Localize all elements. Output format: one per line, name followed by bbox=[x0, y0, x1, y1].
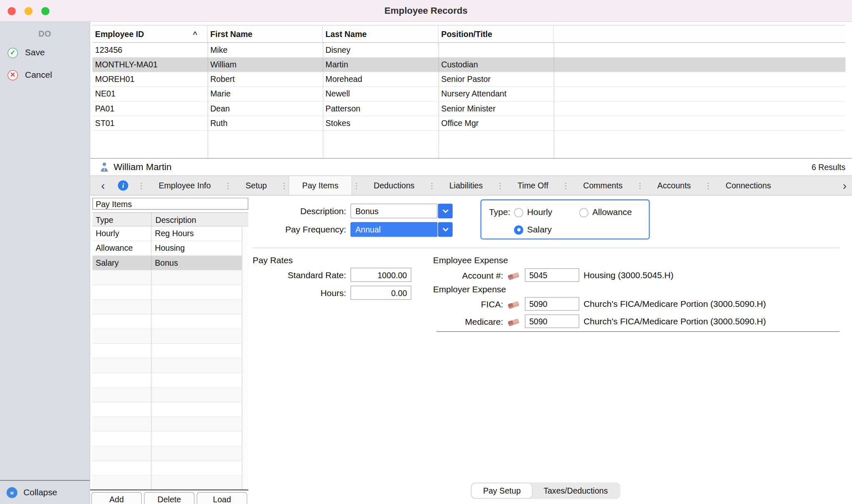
standard-rate-input[interactable] bbox=[350, 268, 411, 282]
section-divider bbox=[436, 331, 840, 332]
section-rule bbox=[253, 248, 840, 248]
app-window: Employee Records DO ✓ Save ✕ Cancel « Co… bbox=[0, 0, 852, 504]
fica-account-input[interactable] bbox=[525, 297, 580, 311]
type-label: Type: bbox=[489, 206, 510, 219]
window-title: Employee Records bbox=[384, 5, 468, 16]
employer-expense-title: Employer Expense bbox=[433, 284, 506, 294]
type-radio-group: Type: Hourly Allowance Salary bbox=[480, 199, 650, 240]
tab-pay-setup[interactable]: Pay Setup bbox=[472, 483, 532, 498]
fica-label: FICA: bbox=[405, 297, 503, 311]
save-label: Save bbox=[25, 48, 45, 58]
account-description: Housing (3000.5045.H) bbox=[584, 268, 674, 282]
collapse-button[interactable]: « Collapse bbox=[0, 480, 90, 504]
medicare-label: Medicare: bbox=[405, 314, 503, 329]
pay-item-detail-form: Description: Bonus Pay Frequency: Annual… bbox=[90, 22, 852, 504]
collapse-chevrons-icon: « bbox=[7, 487, 17, 498]
employee-expense-title: Employee Expense bbox=[433, 256, 508, 266]
pay-frequency-dropdown[interactable]: Annual bbox=[350, 222, 453, 237]
radio-salary-selected[interactable]: Salary bbox=[514, 223, 552, 236]
radio-label: Hourly bbox=[527, 208, 552, 217]
description-label: Description: bbox=[243, 204, 346, 218]
bottom-tab-bar: Pay Setup Taxes/Deductions bbox=[471, 482, 620, 499]
save-button[interactable]: ✓ Save bbox=[0, 45, 90, 60]
description-value[interactable]: Bonus bbox=[350, 204, 437, 218]
radio-button-icon bbox=[514, 208, 523, 217]
zoom-button[interactable] bbox=[41, 7, 50, 15]
collapse-label: Collapse bbox=[23, 487, 57, 497]
account-number-label: Account #: bbox=[405, 268, 503, 283]
account-lookup-eraser-icon[interactable] bbox=[507, 271, 520, 281]
description-dropdown[interactable]: Bonus bbox=[350, 204, 453, 218]
close-button[interactable] bbox=[7, 7, 16, 15]
window-controls bbox=[7, 7, 50, 15]
hours-label: Hours: bbox=[243, 286, 346, 300]
cancel-button[interactable]: ✕ Cancel bbox=[0, 67, 90, 83]
radio-label: Salary bbox=[527, 225, 552, 235]
radio-button-icon bbox=[514, 225, 523, 234]
hours-input[interactable] bbox=[350, 286, 411, 300]
cancel-label: Cancel bbox=[25, 70, 52, 80]
title-bar: Employee Records bbox=[0, 0, 852, 22]
medicare-account-description: Church's FICA/Medicare Portion (3000.509… bbox=[584, 314, 766, 329]
radio-allowance[interactable]: Allowance bbox=[579, 206, 632, 219]
radio-button-icon bbox=[579, 208, 588, 217]
check-icon: ✓ bbox=[7, 47, 18, 58]
sidebar: DO ✓ Save ✕ Cancel « Collapse bbox=[0, 22, 90, 504]
cross-icon: ✕ bbox=[7, 70, 18, 80]
main-area: Employee ID ^ First Name Last Name Posit… bbox=[90, 22, 852, 504]
chevron-down-icon[interactable] bbox=[438, 204, 453, 218]
radio-label: Allowance bbox=[592, 208, 632, 217]
medicare-lookup-eraser-icon[interactable] bbox=[507, 317, 520, 327]
sidebar-header: DO bbox=[0, 29, 90, 38]
tab-taxes-deductions[interactable]: Taxes/Deductions bbox=[532, 483, 619, 498]
pay-frequency-label: Pay Frequency: bbox=[243, 222, 346, 237]
standard-rate-label: Standard Rate: bbox=[243, 268, 346, 282]
radio-hourly[interactable]: Hourly bbox=[514, 206, 552, 219]
pay-rates-title: Pay Rates bbox=[253, 256, 292, 266]
fica-lookup-eraser-icon[interactable] bbox=[507, 300, 520, 310]
account-number-input[interactable] bbox=[525, 268, 580, 282]
pay-frequency-value[interactable]: Annual bbox=[350, 222, 437, 237]
fica-account-description: Church's FICA/Medicare Portion (3000.509… bbox=[584, 297, 766, 311]
minimize-button[interactable] bbox=[25, 7, 33, 15]
chevron-down-icon[interactable] bbox=[438, 222, 453, 237]
medicare-account-input[interactable] bbox=[525, 314, 580, 328]
